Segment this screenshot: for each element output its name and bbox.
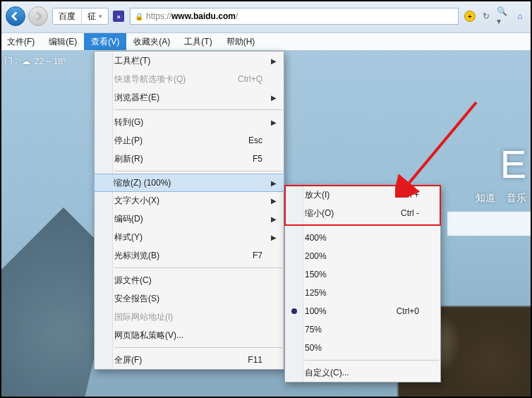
weather-temp: 22 ~ 18° <box>35 56 66 66</box>
submenu-arrow-icon: ▶ <box>271 57 277 65</box>
menu-fullscreen[interactable]: 全屏(F)F11 <box>95 351 284 369</box>
submenu-arrow-icon: ▶ <box>271 197 277 205</box>
url-host: www.baidu.com <box>171 11 236 21</box>
submenu-arrow-icon: ▶ <box>271 119 277 126</box>
baidu-favicon: 𝄪 <box>113 11 124 22</box>
menu-quicktabs: 快速导航选项卡(Q)Ctrl+Q <box>95 70 284 88</box>
url-path: / <box>236 11 238 21</box>
menu-toolbars[interactable]: 工具栏(T)▶ <box>95 52 284 70</box>
zoom-in[interactable]: 放大(I)Ctrl + <box>285 186 440 204</box>
menu-intl-address: 国际网站地址(I) <box>95 308 284 326</box>
refresh-icon[interactable]: ↻ <box>480 10 492 23</box>
menu-goto[interactable]: 转到(G)▶ <box>95 113 284 131</box>
tab-strip: 百度 征▾ <box>52 8 109 25</box>
menu-refresh[interactable]: 刷新(R)F5 <box>95 150 284 168</box>
forward-button[interactable] <box>28 6 48 26</box>
zoom-400[interactable]: 400% <box>285 229 440 247</box>
tab-label: 百度 <box>59 11 75 23</box>
menu-view[interactable]: 查看(V) <box>84 33 126 50</box>
menu-help[interactable]: 帮助(H) <box>219 33 262 50</box>
menu-caret-browsing[interactable]: 光标浏览(B)F7 <box>95 246 284 265</box>
menu-favorites[interactable]: 收藏夹(A) <box>126 33 177 50</box>
zoom-100[interactable]: 100%Ctrl+0 <box>285 302 440 320</box>
menu-source[interactable]: 源文件(C) <box>95 271 284 289</box>
menu-encoding[interactable]: 编码(D)▶ <box>95 210 284 228</box>
submenu-arrow-icon: ▶ <box>271 234 277 241</box>
url-scheme: https:// <box>146 11 171 21</box>
menu-privacy-policy[interactable]: 网页隐私策略(V)... <box>95 326 284 344</box>
weather-cloud-icon: ☁ <box>22 56 30 66</box>
lock-icon: 🔒 <box>135 13 143 20</box>
menu-tools[interactable]: 工具(T) <box>177 33 219 50</box>
search-dropdown-icon[interactable]: 🔍▾ <box>497 10 509 23</box>
menu-style[interactable]: 样式(Y)▶ <box>95 228 284 246</box>
menu-file[interactable]: 文件(F) <box>0 33 42 50</box>
menu-explorer-bars[interactable]: 浏览器栏(E)▶ <box>95 88 284 107</box>
tab-label: 征 <box>87 11 96 23</box>
link-zhidao[interactable]: 知道 <box>476 192 495 205</box>
tab-zheng[interactable]: 征▾ <box>82 8 108 24</box>
menu-bar: 文件(F) 编辑(E) 查看(V) 收藏夹(A) 工具(T) 帮助(H) <box>0 32 532 51</box>
menu-text-size[interactable]: 文字大小(X)▶ <box>95 191 284 210</box>
menu-edit[interactable]: 编辑(E) <box>42 33 84 50</box>
menu-stop[interactable]: 停止(P)Esc <box>95 131 284 150</box>
view-dropdown: 工具栏(T)▶ 快速导航选项卡(Q)Ctrl+Q 浏览器栏(E)▶ 转到(G)▶… <box>94 51 284 370</box>
zoom-75[interactable]: 75% <box>285 320 440 339</box>
search-box-fragment[interactable] <box>447 212 532 236</box>
submenu-arrow-icon: ▶ <box>271 179 277 187</box>
zoom-out[interactable]: 缩小(O)Ctrl - <box>285 204 440 222</box>
back-button[interactable] <box>6 6 25 26</box>
menu-zoom[interactable]: 缩放(Z) (100%)▶ <box>94 174 284 192</box>
title-bar: 百度 征▾ 𝄪 🔒 https://www.baidu.com/ + ↻ 🔍▾ … <box>0 0 532 32</box>
weather-location: 门 : <box>4 55 18 67</box>
tab-baidu[interactable]: 百度 <box>53 8 82 24</box>
top-nav-links: 知道 音乐 <box>476 192 526 205</box>
zoom-125[interactable]: 125% <box>285 284 440 302</box>
add-favorite-icon[interactable]: + <box>464 11 476 22</box>
home-icon[interactable]: ⌂ <box>514 10 526 23</box>
zoom-50[interactable]: 50% <box>285 339 440 357</box>
menu-security-report[interactable]: 安全报告(S) <box>95 289 284 308</box>
zoom-150[interactable]: 150% <box>285 265 440 284</box>
zoom-200[interactable]: 200% <box>285 247 440 265</box>
submenu-arrow-icon: ▶ <box>271 215 277 223</box>
radio-selected-icon <box>291 308 297 314</box>
zoom-submenu: 放大(I)Ctrl + 缩小(O)Ctrl - 400% 200% 150% 1… <box>284 185 441 382</box>
weather-widget[interactable]: 门 : ☁ 22 ~ 18° <box>4 55 66 67</box>
logo-initial: E <box>500 141 526 187</box>
link-music[interactable]: 音乐 <box>507 192 526 205</box>
zoom-custom[interactable]: 自定义(C)... <box>285 363 440 382</box>
submenu-arrow-icon: ▶ <box>271 94 277 102</box>
address-bar[interactable]: 🔒 https://www.baidu.com/ <box>130 8 459 25</box>
